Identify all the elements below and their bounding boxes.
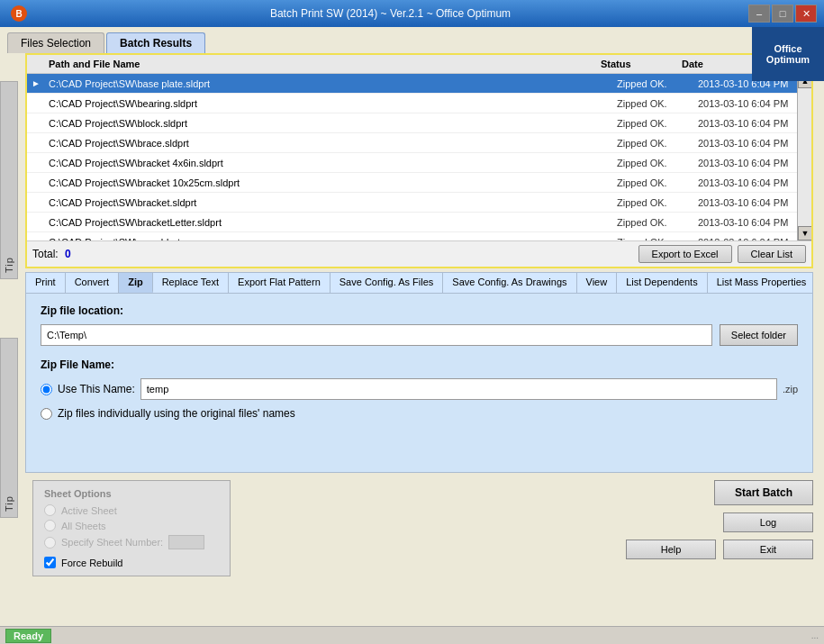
table-row[interactable]: C:\CAD Project\SW\cap.sldprt Zipped OK. … — [27, 232, 811, 240]
select-folder-button[interactable]: Select folder — [720, 324, 798, 346]
log-button[interactable]: Log — [723, 512, 813, 532]
sheet-options-box: Sheet Options Active Sheet All Sheets Sp… — [32, 480, 231, 576]
row-arrow-icon: ► — [27, 78, 45, 88]
zip-location-label: Zip file location: — [41, 304, 798, 317]
use-this-name-row: Use This Name: .zip — [41, 378, 798, 400]
table-row[interactable]: C:\CAD Project\SW\bearing.sldprt Zipped … — [27, 94, 811, 113]
table-row[interactable]: C:\CAD Project\SW\brace.sldprt Zipped OK… — [27, 133, 811, 153]
zip-name-input[interactable] — [140, 378, 777, 400]
start-batch-button[interactable]: Start Batch — [714, 480, 813, 505]
file-list-footer: Total: 0 Export to Excel Clear List — [27, 240, 811, 267]
zip-individually-radio[interactable] — [41, 408, 52, 420]
zip-location-input[interactable] — [41, 324, 712, 346]
scroll-down-btn[interactable]: ▼ — [798, 226, 811, 240]
zip-panel: Zip file location: Select folder Zip Fil… — [25, 293, 813, 473]
table-row[interactable]: ► C:\CAD Project\SW\base plate.sldprt Zi… — [27, 74, 811, 94]
file-date-cell: 2013-03-10 6:04 PM — [694, 216, 811, 229]
table-row[interactable]: C:\CAD Project\SW\bracketLetter.sldprt Z… — [27, 213, 811, 232]
table-row[interactable]: C:\CAD Project\SW\bracket 4x6in.sldprt Z… — [27, 153, 811, 173]
file-status-cell: Zipped OK. — [613, 77, 694, 90]
export-excel-button[interactable]: Export to Excel — [638, 245, 732, 263]
footer-buttons: Export to Excel Clear List — [638, 245, 806, 263]
tab-view[interactable]: View — [577, 273, 618, 293]
specify-sheet-label: Specify Sheet Number: — [61, 537, 163, 548]
tip-label-1: Tip — [4, 257, 14, 273]
file-list-body[interactable]: ► C:\CAD Project\SW\base plate.sldprt Zi… — [27, 74, 811, 240]
bottom-area: Sheet Options Active Sheet All Sheets Sp… — [25, 473, 820, 582]
force-rebuild-label: Force Rebuild — [61, 558, 122, 568]
tab-list-dependents[interactable]: List Dependents — [617, 273, 708, 293]
logo-area: Office Optimum — [752, 27, 824, 81]
tab-zip[interactable]: Zip — [119, 273, 153, 293]
logo-text2: Optimum — [766, 54, 810, 65]
zip-individually-row: Zip files individually using the origina… — [41, 407, 798, 420]
maximize-button[interactable]: □ — [772, 5, 793, 23]
total-count: 0 — [65, 248, 71, 260]
clear-list-button[interactable]: Clear List — [738, 245, 806, 263]
force-rebuild-row: Force Rebuild — [44, 557, 219, 568]
file-date-cell: 2013-03-10 6:04 PM — [694, 177, 811, 189]
table-row[interactable]: C:\CAD Project\SW\bracket.sldprt Zipped … — [27, 193, 811, 213]
file-status-cell: Zipped OK. — [613, 177, 694, 189]
file-status-cell: Zipped OK. — [613, 97, 694, 110]
file-status-cell: Zipped OK. — [613, 216, 694, 229]
file-date-cell: 2013-03-10 6:04 PM — [694, 236, 811, 241]
file-status-cell: Zipped OK. — [613, 236, 694, 241]
tab-save-config-files[interactable]: Save Config. As Files — [331, 273, 444, 293]
tip-label-2: Tip — [4, 495, 14, 512]
top-tabs-container: Files Selection Batch Results — [0, 27, 824, 53]
main-window: Office Optimum Files Selection Batch Res… — [0, 27, 824, 644]
file-path-cell: C:\CAD Project\SW\bracket.sldprt — [45, 196, 613, 209]
file-path-cell: C:\CAD Project\SW\bracket 4x6in.sldprt — [45, 157, 613, 169]
minimize-button[interactable]: – — [748, 5, 770, 23]
zip-individually-label: Zip files individually using the origina… — [58, 407, 295, 420]
file-path-cell: C:\CAD Project\SW\base plate.sldprt — [45, 77, 613, 90]
close-button[interactable]: ✕ — [795, 5, 817, 23]
tip-sidebar-bottom: Tip — [0, 338, 18, 518]
tab-list-mass[interactable]: List Mass Properties — [708, 273, 813, 293]
file-path-cell: C:\CAD Project\SW\bearing.sldprt — [45, 97, 613, 110]
total-text: Total: — [32, 248, 59, 260]
file-list-scrollbar[interactable]: ▲ ▼ — [797, 74, 811, 240]
file-date-cell: 2013-03-10 6:04 PM — [694, 157, 811, 169]
zip-location-row: Select folder — [41, 324, 798, 346]
logo-text1: Office — [774, 43, 801, 54]
tab-save-config-drawings[interactable]: Save Config. As Drawings — [443, 273, 576, 293]
file-status-cell: Zipped OK. — [613, 196, 694, 209]
col-path-header: Path and File Name — [45, 57, 597, 71]
title-bar: B Batch Print SW (2014) ~ Ver.2.1 ~ Offi… — [0, 0, 824, 27]
table-row[interactable]: C:\CAD Project\SW\block.sldprt Zipped OK… — [27, 113, 811, 133]
col-status-header: Status — [597, 57, 678, 71]
window-controls: – □ ✕ — [748, 5, 817, 23]
sub-tabs-container: Print Convert Zip Replace Text Export Fl… — [25, 272, 813, 293]
force-rebuild-checkbox[interactable] — [44, 557, 56, 568]
active-sheet-row: Active Sheet — [44, 504, 219, 516]
file-date-cell: 2013-03-10 6:04 PM — [694, 137, 811, 150]
tab-replace-text[interactable]: Replace Text — [153, 273, 229, 293]
file-path-cell: C:\CAD Project\SW\bracket 10x25cm.sldprt — [45, 177, 613, 189]
tab-batch-results[interactable]: Batch Results — [106, 32, 205, 53]
use-this-name-radio[interactable] — [41, 384, 52, 395]
exit-button[interactable]: Exit — [723, 540, 813, 559]
scroll-track[interactable] — [798, 88, 811, 226]
tab-print[interactable]: Print — [26, 273, 66, 293]
tab-export-flat[interactable]: Export Flat Pattern — [229, 273, 331, 293]
table-row[interactable]: C:\CAD Project\SW\bracket 10x25cm.sldprt… — [27, 173, 811, 193]
all-sheets-radio — [44, 520, 56, 531]
file-date-cell: 2013-03-10 6:04 PM — [694, 196, 811, 209]
use-this-name-label: Use This Name: — [58, 383, 135, 395]
tab-convert[interactable]: Convert — [66, 273, 120, 293]
file-list-header: Path and File Name Status Date — [27, 55, 811, 74]
help-button[interactable]: Help — [626, 540, 716, 559]
file-path-cell: C:\CAD Project\SW\brace.sldprt — [45, 137, 613, 150]
tab-files-selection[interactable]: Files Selection — [7, 32, 104, 53]
file-status-cell: Zipped OK. — [613, 137, 694, 150]
file-path-cell: C:\CAD Project\SW\block.sldprt — [45, 117, 613, 130]
right-buttons: Start Batch Log Help Exit — [626, 480, 813, 559]
action-btns-row-2: Help Exit — [626, 540, 813, 559]
file-status-cell: Zipped OK. — [613, 117, 694, 130]
status-bar: Ready ... — [0, 626, 824, 644]
active-sheet-label: Active Sheet — [61, 505, 117, 516]
content-wrapper: Path and File Name Status Date ► C:\CAD … — [18, 53, 820, 473]
active-sheet-radio — [44, 504, 56, 516]
